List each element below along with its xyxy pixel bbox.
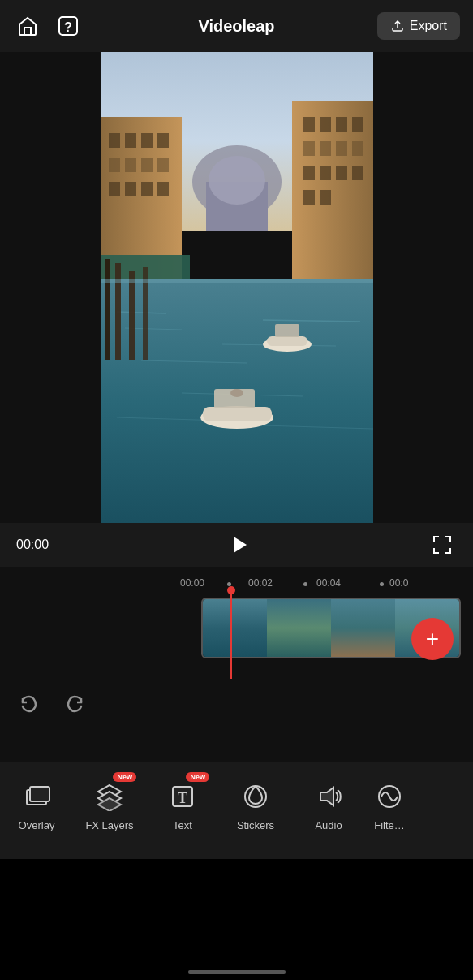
video-preview: [0, 52, 473, 523]
add-clip-button[interactable]: +: [411, 618, 454, 660]
toolbar-audio[interactable]: Audio: [292, 772, 365, 831]
text-badge: New: [186, 772, 209, 782]
home-indicator: [188, 970, 286, 974]
svg-rect-46: [129, 271, 135, 360]
header: ? Videoleap Export: [0, 0, 473, 52]
svg-rect-51: [275, 324, 299, 337]
audio-label: Audio: [315, 819, 342, 831]
toolbar-text[interactable]: New T Text: [146, 772, 219, 831]
toolbar-fx-layers[interactable]: New FX Layers: [73, 772, 146, 831]
header-left: ?: [13, 11, 83, 41]
svg-rect-25: [352, 117, 363, 132]
svg-rect-48: [105, 259, 110, 360]
svg-rect-24: [336, 117, 347, 132]
svg-rect-45: [115, 263, 121, 360]
svg-rect-32: [336, 166, 347, 180]
svg-rect-23: [320, 117, 331, 132]
help-icon: ?: [57, 15, 80, 37]
venice-scene-svg: [101, 52, 373, 523]
timestamp-end: 00:0: [389, 577, 408, 589]
timestamp-2: 00:02: [248, 577, 273, 589]
svg-point-5: [209, 156, 265, 205]
help-button[interactable]: ?: [54, 11, 83, 41]
svg-rect-16: [109, 182, 120, 196]
svg-rect-35: [320, 190, 331, 205]
toolbar-overlay[interactable]: Overlay: [0, 772, 73, 831]
app-title: Videoleap: [198, 17, 274, 36]
svg-rect-31: [320, 166, 331, 180]
fx-layers-icon: [95, 782, 124, 811]
svg-rect-33: [352, 166, 363, 180]
overlay-icon-wrapper: [19, 779, 54, 814]
export-icon: [390, 19, 405, 33]
fullscreen-icon: [431, 533, 454, 556]
home-icon: [16, 15, 39, 37]
svg-rect-9: [125, 133, 136, 148]
svg-rect-30: [303, 166, 315, 180]
overlay-label: Overlay: [19, 819, 55, 831]
svg-rect-15: [157, 158, 169, 172]
svg-rect-8: [109, 133, 120, 148]
filter-label: Filte…: [374, 819, 405, 831]
bottom-toolbar: Overlay New FX Layers New T Text: [0, 762, 473, 859]
svg-text:?: ?: [64, 20, 72, 34]
timeline-track: +: [0, 589, 473, 679]
stickers-label: Stickers: [237, 819, 274, 831]
filter-icon: [375, 782, 404, 811]
svg-marker-57: [234, 537, 247, 553]
plus-icon: +: [426, 628, 439, 650]
fullscreen-button[interactable]: [428, 530, 457, 559]
undo-redo-bar: [0, 679, 473, 724]
svg-rect-17: [125, 182, 136, 196]
svg-rect-14: [141, 158, 153, 172]
play-icon: [224, 530, 253, 559]
filter-icon-wrapper: [372, 779, 407, 814]
svg-rect-26: [303, 141, 315, 156]
play-button[interactable]: [221, 527, 256, 563]
playback-bar: 00:00: [0, 523, 473, 567]
svg-marker-66: [320, 788, 333, 805]
export-button[interactable]: Export: [377, 12, 460, 40]
svg-rect-29: [352, 141, 363, 156]
overlay-icon: [22, 782, 51, 811]
redo-button[interactable]: [62, 692, 88, 718]
svg-rect-59: [30, 787, 49, 801]
undo-button[interactable]: [16, 692, 42, 718]
svg-text:T: T: [178, 790, 187, 806]
redo-icon: [63, 693, 86, 716]
audio-icon-wrapper: [311, 779, 346, 814]
stickers-icon-wrapper: [238, 779, 273, 814]
svg-rect-13: [125, 158, 136, 172]
svg-rect-50: [267, 336, 307, 346]
fx-layers-icon-wrapper: [92, 779, 127, 814]
svg-rect-11: [157, 133, 169, 148]
svg-rect-56: [101, 279, 373, 283]
playhead: [230, 589, 232, 679]
toolbar-stickers[interactable]: Stickers: [219, 772, 292, 831]
svg-rect-27: [320, 141, 331, 156]
time-display: 00:00: [16, 537, 49, 552]
svg-rect-10: [141, 133, 153, 148]
fx-layers-badge: New: [113, 772, 136, 782]
text-icon-wrapper: T: [165, 779, 200, 814]
svg-point-55: [230, 389, 243, 397]
svg-rect-12: [109, 158, 120, 172]
text-label: Text: [173, 819, 192, 831]
timeline-area: 00:00 00:02 00:04 00:0 +: [0, 567, 473, 762]
audio-icon: [314, 782, 343, 811]
svg-rect-19: [157, 182, 169, 196]
svg-rect-34: [303, 190, 315, 205]
venice-canvas: [101, 52, 373, 523]
fx-layers-label: FX Layers: [85, 819, 133, 831]
home-button[interactable]: [13, 11, 42, 41]
undo-icon: [18, 693, 41, 716]
timestamp-4: 00:04: [316, 577, 341, 589]
timestamp-0: 00:00: [180, 577, 204, 589]
svg-rect-28: [336, 141, 347, 156]
playhead-indicator: [227, 586, 235, 594]
stickers-icon: [241, 782, 270, 811]
svg-rect-53: [203, 407, 272, 421]
toolbar-filter[interactable]: Filte…: [365, 772, 414, 831]
svg-rect-22: [303, 117, 315, 132]
text-icon: T: [168, 782, 197, 811]
